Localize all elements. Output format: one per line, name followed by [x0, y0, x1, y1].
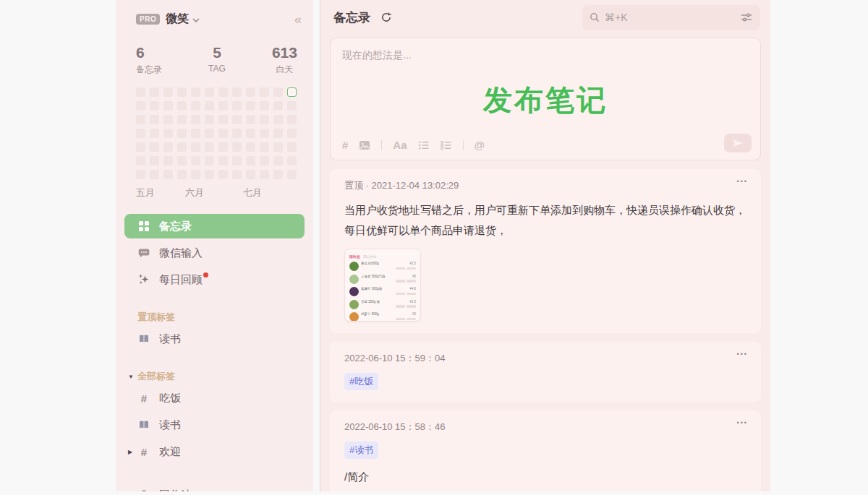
heatmap-cell[interactable]: [287, 142, 297, 152]
heatmap-cell[interactable]: [177, 142, 187, 152]
heatmap-cell[interactable]: [287, 129, 297, 138]
heatmap-cell[interactable]: [136, 170, 145, 179]
heatmap-cell[interactable]: [260, 170, 269, 179]
heatmap-cell[interactable]: [205, 142, 214, 152]
sidebar-tag-welcome[interactable]: ▶ # 欢迎: [124, 439, 305, 464]
memo-image-thumbnail[interactable]: 限时抢 30分钟达 黄瓜 约500g¥2.5上海青 500g*1袋¥5紫薯叶 3…: [344, 249, 421, 322]
heatmap-cell[interactable]: [273, 87, 283, 97]
heatmap-cell[interactable]: [218, 129, 228, 138]
heatmap-cell[interactable]: [246, 170, 255, 179]
collapse-sidebar-button[interactable]: «: [294, 13, 302, 26]
heatmap-cell[interactable]: [232, 142, 242, 152]
heatmap-cell[interactable]: [246, 156, 255, 165]
heatmap-cell[interactable]: [205, 156, 214, 165]
heatmap-cell[interactable]: [191, 129, 200, 138]
heatmap-cell[interactable]: [232, 170, 242, 179]
heatmap-cell[interactable]: [136, 115, 145, 124]
heatmap-cell[interactable]: [136, 156, 145, 165]
heatmap-cell[interactable]: [163, 101, 173, 111]
heatmap-cell[interactable]: [205, 87, 214, 97]
heatmap-cell[interactable]: [177, 170, 187, 179]
heatmap-cell[interactable]: [246, 142, 255, 152]
caret-down-icon[interactable]: ▼: [128, 374, 137, 380]
heatmap-cell[interactable]: [205, 129, 214, 138]
send-button[interactable]: [724, 134, 752, 152]
heatmap-cell[interactable]: [273, 142, 283, 152]
tag-chip-reading[interactable]: #读书: [344, 442, 378, 459]
heatmap-cell[interactable]: [273, 129, 283, 138]
heatmap-cell[interactable]: [218, 115, 228, 124]
filter-sliders-icon[interactable]: [740, 12, 753, 23]
heatmap-cell[interactable]: [150, 115, 159, 124]
heatmap-cell[interactable]: [232, 87, 242, 97]
sidebar-tag-pinned-reading[interactable]: 读书: [124, 327, 305, 351]
heatmap-cell[interactable]: [232, 101, 242, 111]
heatmap-cell[interactable]: [163, 129, 173, 138]
heatmap-cell[interactable]: [177, 87, 187, 97]
heatmap-cell[interactable]: [232, 156, 242, 165]
heatmap-cell[interactable]: [218, 87, 228, 97]
heatmap-cell[interactable]: [191, 87, 200, 97]
heatmap-cell[interactable]: [136, 129, 145, 138]
heatmap-cell[interactable]: [260, 101, 269, 111]
ordered-list-button[interactable]: [441, 140, 452, 150]
search-input[interactable]: ⌘+K: [582, 5, 760, 30]
heatmap-cell[interactable]: [136, 101, 145, 111]
tag-chip-eating[interactable]: #吃饭: [344, 373, 378, 390]
heatmap-cell[interactable]: [205, 170, 214, 179]
heatmap-cell[interactable]: [246, 101, 255, 111]
heatmap-cell[interactable]: [273, 156, 283, 165]
heatmap-cell[interactable]: [287, 101, 297, 111]
sidebar-item-trash[interactable]: 回收站: [124, 483, 305, 491]
heatmap-cell[interactable]: [287, 170, 297, 179]
heatmap-cell[interactable]: [260, 142, 269, 152]
heatmap-cell[interactable]: [150, 142, 159, 152]
more-options-button[interactable]: •••: [737, 350, 748, 358]
heatmap-cell[interactable]: [191, 101, 200, 111]
all-tags-header[interactable]: ▼ 全部标签: [116, 370, 313, 383]
heatmap-cell[interactable]: [205, 101, 214, 111]
caret-right-icon[interactable]: ▶: [128, 449, 132, 455]
heatmap-cell[interactable]: [150, 129, 159, 138]
heatmap-cell[interactable]: [177, 129, 187, 138]
insert-image-button[interactable]: [359, 140, 370, 150]
heatmap-cell[interactable]: [191, 156, 200, 165]
username[interactable]: 微笑: [166, 12, 189, 27]
heatmap-cell[interactable]: [246, 129, 255, 138]
sidebar-item-wechat-input[interactable]: 微信输入: [124, 241, 305, 265]
heatmap-cell[interactable]: [177, 101, 187, 111]
heatmap-cell[interactable]: [136, 142, 145, 152]
heatmap-cell[interactable]: [177, 115, 187, 124]
heatmap-cell[interactable]: [287, 156, 297, 165]
heatmap-cell[interactable]: [246, 87, 255, 97]
heatmap-cell[interactable]: [260, 87, 269, 97]
hash-tag-button[interactable]: #: [342, 139, 348, 151]
heatmap-cell[interactable]: [136, 87, 145, 97]
heatmap-cell[interactable]: [260, 115, 269, 124]
memo-editor[interactable]: 现在的想法是... 发布笔记 # Aa @: [330, 38, 761, 160]
text-format-button[interactable]: Aa: [393, 139, 407, 151]
heatmap-cell[interactable]: [246, 115, 255, 124]
heatmap-cell[interactable]: [191, 142, 200, 152]
heatmap-cell[interactable]: [218, 170, 228, 179]
heatmap-cell[interactable]: [218, 156, 228, 165]
mention-button[interactable]: @: [475, 139, 485, 151]
heatmap-cell[interactable]: [273, 170, 283, 179]
heatmap-cell[interactable]: [260, 129, 269, 138]
heatmap-cell[interactable]: [287, 115, 297, 124]
heatmap-cell[interactable]: [163, 87, 173, 97]
sidebar-item-daily-review[interactable]: 每日回顾: [124, 267, 305, 292]
heatmap-cell[interactable]: [177, 156, 187, 165]
sidebar-tag-reading[interactable]: 读书: [124, 413, 305, 437]
heatmap-cell[interactable]: [205, 115, 214, 124]
heatmap-cell[interactable]: [232, 129, 242, 138]
heatmap-cell[interactable]: [287, 87, 297, 97]
heatmap-cell[interactable]: [150, 101, 159, 111]
heatmap-cell[interactable]: [150, 87, 159, 97]
chevron-down-icon[interactable]: [192, 18, 200, 22]
bullet-list-button[interactable]: [418, 140, 430, 150]
heatmap-cell[interactable]: [273, 115, 283, 124]
heatmap-cell[interactable]: [163, 170, 173, 179]
heatmap-cell[interactable]: [218, 101, 228, 111]
heatmap-cell[interactable]: [163, 115, 173, 124]
